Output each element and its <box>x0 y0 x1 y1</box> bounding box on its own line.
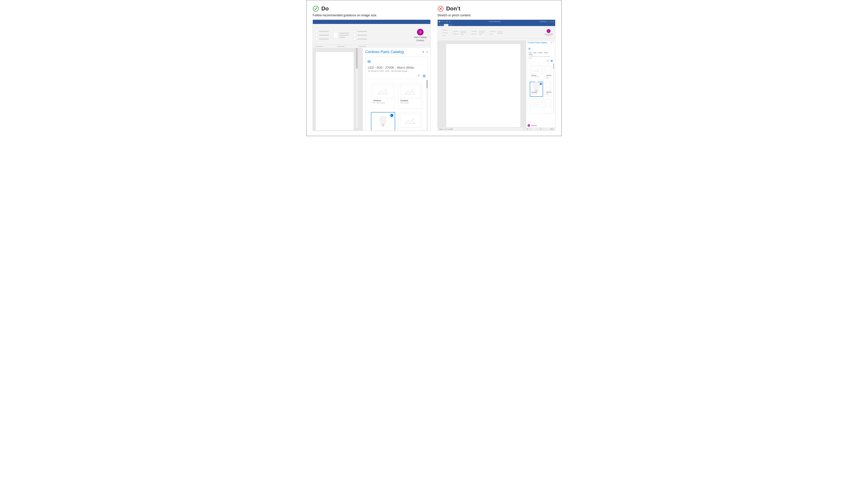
ribbon-group <box>333 32 349 38</box>
grid-view-icon[interactable] <box>423 75 425 77</box>
word-ribbon: Parts Catalog Contoso <box>313 24 430 45</box>
comparison-figure: Do Follow recommended guidance on image … <box>307 0 561 136</box>
view-mode-icon[interactable] <box>530 128 531 130</box>
card-header: LED - R30 - 2700K - Warm White 16 result… <box>527 51 554 60</box>
task-pane: Contoso Parts Catalog ▼ ✕ LED - R30 - 27… <box>526 41 555 127</box>
persona-footer: C Contoso <box>526 123 555 127</box>
document-page <box>315 52 354 131</box>
lightbulb-icon <box>417 29 424 35</box>
card-scrollbar[interactable] <box>426 80 428 131</box>
product-tile[interactable]: Contoso85w Equal <box>545 82 552 97</box>
do-header: Do <box>313 5 430 12</box>
task-pane-header: Contoso Parts Catalog ▼ ✕ <box>526 41 555 44</box>
undo-icon[interactable]: ↶ <box>442 21 443 23</box>
window-minimize-icon[interactable]: – <box>548 21 549 23</box>
addin-card: LED - R30 - 2700K - Warm White 16 result… <box>365 56 428 131</box>
card-subheading: 16 results in LED - R30 - 60-65 Watt Equ… <box>368 70 425 73</box>
ribbon-tab[interactable] <box>449 24 453 26</box>
tile-brand: Contoso <box>531 75 543 76</box>
zoom-out-icon[interactable]: − <box>533 128 533 130</box>
tile-subtext: 60 - 65w Equal <box>373 102 395 104</box>
task-pane-title: Contoso Parts Catalog <box>528 41 547 43</box>
scroll-thumb[interactable] <box>356 48 358 69</box>
card-header: LED - R30 - 2700K - Warm White 16 result… <box>365 64 428 74</box>
status-left: Page 1 of 1 0 words <box>439 128 453 130</box>
zoom-value: 100% <box>550 128 554 130</box>
product-tile[interactable]: Contoso85w Equal <box>545 65 552 80</box>
do-title: Do <box>321 5 329 12</box>
ribbon-addin-button[interactable]: Parts Catalog Contoso <box>544 29 554 37</box>
scroll-down-icon[interactable] <box>356 128 358 131</box>
ribbon-group <box>353 30 367 40</box>
do-screenshot: Parts Catalog Contoso Contoso Parts Cata… <box>313 19 430 131</box>
ribbon-tabs <box>438 23 555 26</box>
image-placeholder-icon <box>531 100 542 107</box>
ribbon-tab-active[interactable] <box>444 24 449 26</box>
ribbon-footer <box>438 39 555 41</box>
ribbon-group <box>315 30 329 40</box>
task-pane-header: Contoso Parts Catalog ▼ ✕ <box>363 48 430 55</box>
product-tile[interactable] <box>530 99 543 113</box>
product-tile[interactable]: ✓Contoso60w Equal <box>530 82 543 97</box>
vertical-scrollbar[interactable] <box>355 48 358 131</box>
word-titlebar <box>313 20 430 24</box>
image-placeholder-icon <box>546 83 550 91</box>
product-tile[interactable]: Contoso85w Equal <box>398 83 423 109</box>
view-toggle <box>365 74 428 79</box>
tile-brand: Contoso <box>546 91 552 93</box>
tile-subtext: 85w Equal <box>546 93 552 95</box>
tile-brand: Contoso <box>401 100 422 102</box>
ribbon-addin-button[interactable]: Parts Catalog Contoso <box>414 29 428 42</box>
product-tile[interactable] <box>398 112 423 131</box>
task-pane: Contoso Parts Catalog ▼ ✕ LED - R30 - 27… <box>363 48 430 131</box>
hamburger-icon[interactable] <box>367 61 371 63</box>
window-maximize-icon[interactable]: □ <box>550 21 552 23</box>
tile-subtext: 60w Equal <box>531 93 543 94</box>
product-tile[interactable] <box>545 99 552 113</box>
zoom-in-icon[interactable]: + <box>547 128 548 130</box>
document-area: Contoso Parts Catalog ▼ ✕ LED - R30 - 27… <box>313 48 430 131</box>
product-tile[interactable]: ✓ <box>371 112 395 131</box>
list-view-icon[interactable] <box>418 75 420 77</box>
tile-subtext: 60 - 65w Equal <box>531 76 543 77</box>
pane-close-icon[interactable]: ✕ <box>553 42 554 43</box>
selected-check-icon: ✓ <box>390 114 393 117</box>
app-icon: ▦ <box>439 21 440 23</box>
view-mode-icon[interactable] <box>523 128 525 130</box>
view-toggle <box>527 60 554 63</box>
card-subheading: 16 results in LED - R30 - 60-65 Watt Equ… <box>529 56 553 59</box>
hamburger-icon[interactable] <box>529 48 531 50</box>
persona-name: Contoso <box>531 124 537 126</box>
result-grid: Contoso60 - 65w EqualContoso85w Equal✓Co… <box>527 63 554 113</box>
zoom-slider[interactable] <box>535 129 546 129</box>
addin-card: LED - R30 - 2700K - Warm White 16 result… <box>527 44 554 114</box>
lightbulb-icon <box>547 29 550 33</box>
product-tile[interactable]: Contoso60 - 65w Equal <box>530 65 543 80</box>
image-placeholder-icon <box>400 85 420 99</box>
task-pane-title: Contoso Parts Catalog <box>365 50 404 54</box>
view-mode-icon[interactable] <box>526 128 528 130</box>
product-tile[interactable]: Contoso60 - 65w Equal <box>371 83 395 109</box>
pane-menu-icon[interactable]: ▼ <box>550 42 552 43</box>
do-subtitle: Follow recommended guidance on image siz… <box>313 14 430 17</box>
card-scrollbar[interactable] <box>553 64 554 113</box>
image-placeholder-icon <box>531 66 542 74</box>
dont-screenshot: ▦ ↶ • ↻ ▾ – □ ✕ <box>438 19 555 131</box>
list-view-icon[interactable] <box>547 60 549 62</box>
redo-icon[interactable]: ↻ <box>446 21 448 23</box>
ribbon-addin-sublabel: Contoso <box>546 35 551 37</box>
pane-close-icon[interactable]: ✕ <box>426 51 428 53</box>
ribbon-tab[interactable] <box>439 24 443 26</box>
document-area: Contoso Parts Catalog ▼ ✕ LED - R30 - 27… <box>438 41 555 127</box>
dont-subtitle: Stretch or pinch content. <box>438 14 555 17</box>
pane-menu-icon[interactable]: ▼ <box>422 51 425 53</box>
window-close-icon[interactable]: ✕ <box>553 21 554 23</box>
grid-view-icon[interactable] <box>551 60 553 62</box>
svg-point-0 <box>313 6 319 11</box>
word-ribbon: Parts Catalog Contoso <box>438 26 555 39</box>
image-placeholder-icon <box>373 85 393 99</box>
ribbon-addin-label: Parts Catalog <box>414 36 427 39</box>
image-placeholder-icon <box>546 66 550 74</box>
cross-circle-icon <box>438 5 444 12</box>
do-column: Do Follow recommended guidance on image … <box>313 5 430 131</box>
